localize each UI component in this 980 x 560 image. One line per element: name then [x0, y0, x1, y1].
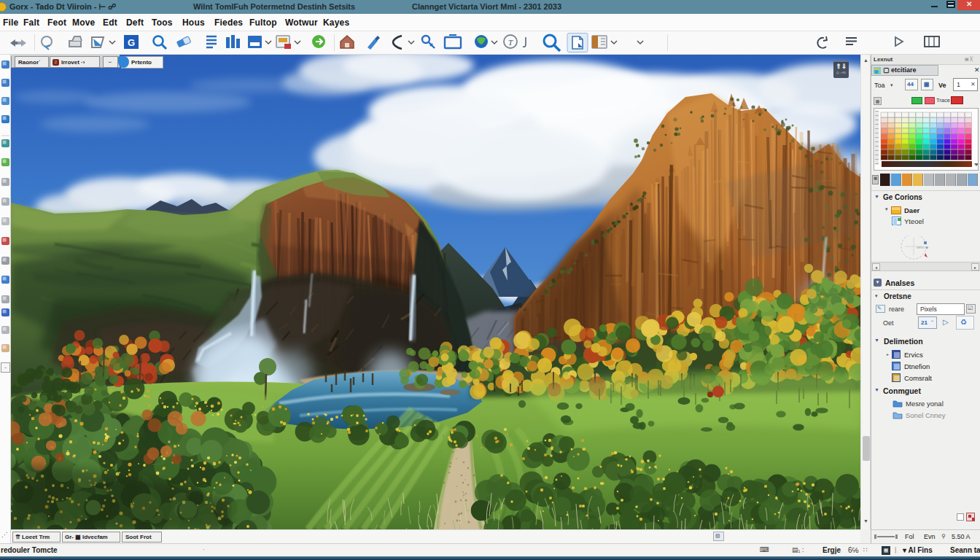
svg-text:G: G	[128, 37, 135, 48]
svg-text:semi·◆: semi·◆	[917, 245, 928, 249]
svg-text:T: T	[508, 38, 513, 47]
